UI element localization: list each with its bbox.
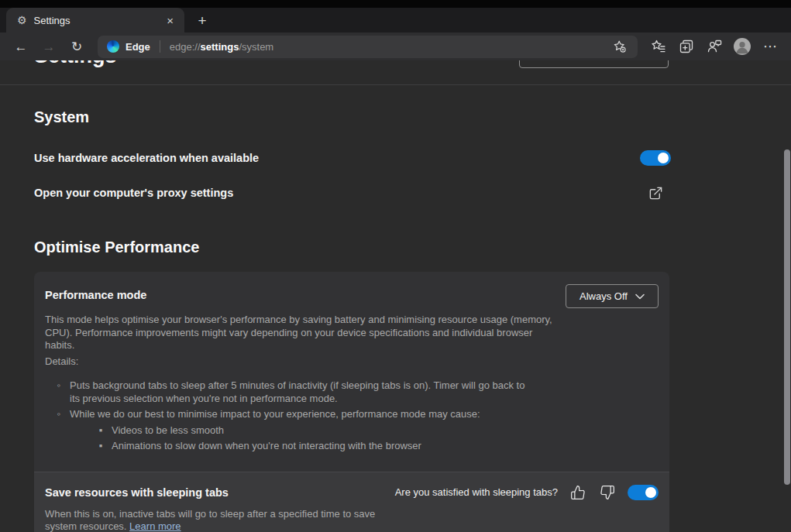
performance-card: Performance mode Always Off This mode he… bbox=[34, 272, 669, 532]
bullet-icon: ◦ bbox=[56, 379, 62, 405]
external-link-icon[interactable] bbox=[644, 181, 667, 204]
sleeping-tabs-feedback: Are you satisfied with sleeping tabs? bbox=[395, 483, 659, 502]
address-bar[interactable]: Edge edge://settings/system bbox=[98, 36, 638, 58]
back-button[interactable]: ← bbox=[9, 35, 33, 58]
url-highlight: settings bbox=[201, 41, 239, 53]
collections-icon[interactable] bbox=[675, 35, 698, 58]
proxy-settings-label: Open your computer's proxy settings bbox=[34, 187, 233, 199]
learn-more-link[interactable]: Learn more bbox=[129, 520, 181, 532]
settings-content: System Use hardware acceleration when av… bbox=[0, 108, 703, 532]
thumbs-down-icon[interactable] bbox=[598, 483, 617, 502]
hardware-acceleration-row: Use hardware acceleration when available bbox=[34, 150, 671, 166]
details-list: ◦ Puts background tabs to sleep after 5 … bbox=[45, 379, 659, 421]
performance-mode-section: Performance mode Always Off This mode he… bbox=[34, 272, 669, 472]
sleeping-desc-text: When this is on, inactive tabs will go t… bbox=[45, 508, 375, 532]
edge-logo-icon bbox=[107, 40, 119, 53]
settings-page: Settings System Use hardware acceleratio… bbox=[0, 60, 791, 532]
thumbs-up-icon[interactable] bbox=[569, 483, 587, 502]
reload-button[interactable]: ↻ bbox=[65, 35, 88, 58]
chevron-down-icon bbox=[635, 293, 645, 300]
avatar bbox=[734, 38, 751, 55]
performance-mode-dropdown[interactable]: Always Off bbox=[566, 284, 659, 308]
details-sublist: ▪ Videos to be less smooth ▪ Animations … bbox=[45, 424, 659, 453]
detail-text: While we do our best to minimise impact … bbox=[70, 408, 480, 421]
window-top-strip bbox=[0, 0, 791, 8]
proxy-settings-row[interactable]: Open your computer's proxy settings bbox=[34, 181, 671, 204]
add-favorite-icon[interactable] bbox=[608, 35, 631, 58]
settings-and-more-icon[interactable]: ⋯ bbox=[758, 35, 782, 58]
url-suffix: /system bbox=[239, 41, 273, 53]
page-title: Settings bbox=[34, 60, 117, 67]
forward-button[interactable]: → bbox=[37, 35, 60, 58]
list-item: ◦ While we do our best to minimise impac… bbox=[56, 408, 530, 421]
edge-badge-label: Edge bbox=[126, 41, 150, 53]
address-separator bbox=[160, 40, 160, 53]
url-prefix: edge:// bbox=[170, 41, 201, 53]
dropdown-value: Always Off bbox=[579, 290, 628, 302]
hardware-acceleration-label: Use hardware acceleration when available bbox=[34, 152, 259, 164]
gear-favicon-icon: ⚙ bbox=[17, 15, 27, 26]
details-label: Details: bbox=[45, 355, 659, 369]
scrollbar-thumb[interactable] bbox=[784, 149, 790, 485]
section-heading-system: System bbox=[34, 108, 703, 126]
profile-avatar[interactable] bbox=[731, 35, 754, 58]
detail-text: Videos to be less smooth bbox=[112, 424, 224, 438]
browser-toolbar: ← → ↻ Edge edge://settings/system bbox=[0, 33, 791, 60]
tab-bar: ⚙ Settings × + bbox=[0, 8, 791, 33]
performance-mode-description: This mode helps optimise your browser's … bbox=[45, 314, 558, 352]
sleeping-tabs-title: Save resources with sleeping tabs bbox=[45, 486, 229, 499]
bullet-icon: ◦ bbox=[56, 408, 62, 421]
tab-title: Settings bbox=[34, 15, 157, 26]
tab-settings[interactable]: ⚙ Settings × bbox=[6, 8, 184, 33]
sleeping-tabs-description: When this is on, inactive tabs will go t… bbox=[45, 508, 380, 532]
sleeping-tabs-toggle[interactable] bbox=[628, 485, 659, 500]
performance-mode-title: Performance mode bbox=[45, 284, 146, 301]
square-bullet-icon: ▪ bbox=[98, 424, 104, 438]
detail-text: Puts background tabs to sleep after 5 mi… bbox=[70, 379, 530, 405]
list-item: ◦ Puts background tabs to sleep after 5 … bbox=[56, 379, 530, 405]
url-text[interactable]: edge://settings/system bbox=[170, 41, 602, 53]
toggle-knob bbox=[645, 487, 656, 498]
square-bullet-icon: ▪ bbox=[98, 440, 104, 453]
list-item: ▪ Videos to be less smooth bbox=[98, 424, 659, 438]
satisfaction-question: Are you satisfied with sleeping tabs? bbox=[395, 486, 558, 498]
favorites-icon[interactable] bbox=[647, 35, 670, 58]
settings-search-input[interactable] bbox=[519, 60, 669, 68]
tab-close-icon[interactable]: × bbox=[163, 13, 177, 28]
new-tab-button[interactable]: + bbox=[192, 10, 212, 30]
browser-essentials-icon[interactable] bbox=[703, 35, 726, 58]
hardware-acceleration-toggle[interactable] bbox=[640, 150, 671, 166]
toggle-knob bbox=[658, 153, 669, 163]
page-header: Settings bbox=[0, 60, 791, 85]
list-item: ▪ Animations to slow down when you're no… bbox=[98, 440, 659, 453]
section-heading-optimise-performance: Optimise Performance bbox=[34, 239, 703, 256]
sleeping-tabs-section: Save resources with sleeping tabs Are yo… bbox=[34, 472, 669, 532]
detail-text: Animations to slow down when you're not … bbox=[112, 440, 421, 453]
